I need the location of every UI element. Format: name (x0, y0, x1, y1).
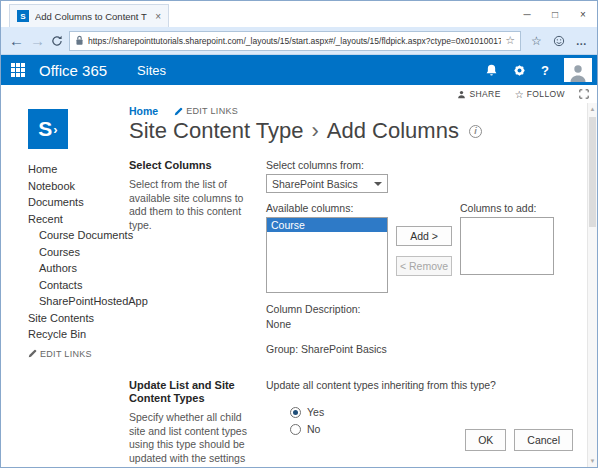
follow-button[interactable]: ☆ FOLLOW (515, 89, 565, 100)
follow-label: FOLLOW (527, 89, 565, 99)
update-types-info: Update List and Site Content Types Speci… (129, 379, 266, 468)
select-columns-section: Select Columns Select from the list of a… (129, 159, 581, 355)
select-columns-controls: Select columns from: SharePoint Basics A… (266, 159, 581, 355)
back-icon[interactable]: ← (9, 33, 24, 48)
favorite-star-icon[interactable]: ☆ (505, 35, 515, 46)
follow-star-icon: ☆ (515, 89, 524, 100)
available-columns-label: Available columns: (266, 202, 388, 214)
update-types-question: Update all content types inheriting from… (266, 379, 581, 392)
column-picker-row: Available columns: Course Add > < Remove… (266, 202, 581, 293)
remove-button[interactable]: < Remove (396, 256, 452, 276)
scrollbar-thumb[interactable] (589, 117, 596, 227)
scroll-up-icon[interactable]: ▲ (588, 106, 597, 112)
sidebar-item-home[interactable]: Home (28, 161, 126, 178)
sidebar-item-sharepointhostedapp[interactable]: SharePointHostedApp (28, 293, 126, 310)
available-columns-listbox[interactable]: Course (266, 217, 388, 293)
favorites-hub-icon[interactable]: ☆ (531, 35, 542, 47)
sidebar-item-course-documents[interactable]: Course Documents (28, 227, 126, 244)
section-description: Specify whether all child site and list … (129, 411, 256, 468)
column-description-block: Column Description: None (266, 303, 581, 330)
share-label: SHARE (469, 89, 500, 99)
office365-suite-bar: Office 365 Sites ? (1, 55, 597, 85)
sidebar-item-recycle-bin[interactable]: Recycle Bin (28, 326, 126, 343)
feedback-smiley-icon[interactable] (553, 35, 565, 47)
update-types-section: Update List and Site Content Types Speci… (129, 379, 581, 468)
sidebar-edit-links-label: EDIT LINKS (40, 349, 92, 359)
sidebar-item-recent[interactable]: Recent (28, 211, 126, 228)
minimize-button[interactable]: ─ (513, 1, 541, 27)
select-columns-from-label: Select columns from: (266, 159, 581, 171)
settings-gear-icon[interactable] (513, 64, 526, 77)
add-remove-buttons: Add > < Remove (396, 226, 452, 293)
page-content: S › Home EDIT LINKS Site Content Type › … (1, 103, 597, 467)
columns-to-add-label: Columns to add: (460, 202, 554, 214)
column-description-label: Column Description: (266, 303, 581, 315)
add-button[interactable]: Add > (396, 226, 452, 246)
app-launcher-icon[interactable] (11, 63, 25, 77)
sidebar-item-courses[interactable]: Courses (28, 244, 126, 261)
maximize-button[interactable]: □ (541, 1, 569, 27)
tab-close-icon[interactable]: × (155, 11, 161, 22)
column-group-line: Group: SharePoint Basics (266, 343, 581, 355)
focus-on-content-icon[interactable] (579, 89, 589, 99)
columns-group-dropdown[interactable]: SharePoint Basics (266, 174, 388, 193)
ok-button[interactable]: OK (465, 429, 506, 451)
columns-to-add-block: Columns to add: (460, 202, 554, 293)
columns-group-dropdown-value: SharePoint Basics (272, 178, 358, 190)
url-text: https://sharepointtutorials.sharepoint.c… (88, 36, 501, 46)
list-item-course[interactable]: Course (267, 218, 387, 232)
add-columns-form: Select Columns Select from the list of a… (129, 159, 581, 468)
suite-bar-right: ? (485, 58, 597, 82)
available-columns-block: Available columns: Course (266, 202, 388, 293)
radio-button-no[interactable] (290, 424, 301, 435)
page-scrollbar[interactable]: ▲ ▼ (587, 103, 597, 467)
update-types-controls: Update all content types inheriting from… (266, 379, 581, 468)
sharepoint-site-logo[interactable]: S › (28, 109, 68, 149)
address-bar[interactable]: https://sharepointtutorials.sharepoint.c… (69, 31, 521, 51)
logo-chevron: › (53, 122, 57, 137)
radio-button-yes[interactable] (290, 407, 301, 418)
select-columns-info: Select Columns Select from the list of a… (129, 159, 266, 355)
user-avatar[interactable] (564, 58, 592, 82)
title-info-icon[interactable]: i (469, 125, 482, 138)
browser-tab[interactable]: S Add Columns to Content T × (9, 4, 169, 27)
forward-icon[interactable]: → (30, 33, 45, 48)
sidebar-edit-links-button[interactable]: EDIT LINKS (28, 349, 126, 359)
tab-title: Add Columns to Content T (35, 11, 149, 22)
sidebar-item-contacts[interactable]: Contacts (28, 277, 126, 294)
sidebar-item-site-contents[interactable]: Site Contents (28, 310, 126, 327)
edit-links-button[interactable]: EDIT LINKS (174, 106, 238, 116)
sidebar-item-notebook[interactable]: Notebook (28, 178, 126, 195)
scroll-down-icon[interactable]: ▼ (588, 458, 597, 464)
sites-link[interactable]: Sites (137, 63, 166, 78)
office365-brand-link[interactable]: Office 365 (39, 62, 107, 79)
share-button[interactable]: SHARE (457, 89, 500, 99)
logo-letter: S (38, 117, 52, 141)
radio-label-no: No (307, 421, 320, 438)
sidebar-item-documents[interactable]: Documents (28, 194, 126, 211)
sidebar-item-authors[interactable]: Authors (28, 260, 126, 277)
browser-titlebar: S Add Columns to Content T × ─ □ × (1, 1, 597, 27)
radio-option-yes[interactable]: Yes (290, 404, 581, 421)
refresh-icon[interactable] (51, 35, 63, 47)
help-icon[interactable]: ? (541, 63, 549, 78)
browser-window: S Add Columns to Content T × ─ □ × ← → h… (0, 0, 598, 468)
columns-to-add-listbox[interactable] (460, 217, 554, 275)
page-title-subpage: Add Columns (327, 118, 459, 144)
edit-links-label: EDIT LINKS (186, 106, 238, 116)
column-description-value: None (266, 318, 581, 330)
notifications-bell-icon[interactable] (485, 64, 498, 77)
form-footer-buttons: OK Cancel (465, 429, 573, 451)
more-actions-icon[interactable]: … (576, 35, 588, 47)
sharepoint-favicon: S (17, 10, 29, 22)
pencil-icon (174, 107, 183, 116)
browser-navbar: ← → https://sharepointtutorials.sharepoi… (1, 27, 597, 55)
cancel-button[interactable]: Cancel (514, 429, 573, 451)
close-button[interactable]: × (569, 1, 597, 27)
radio-label-yes: Yes (307, 404, 324, 421)
https-lock-icon (75, 35, 84, 46)
browser-toolbar-icons: ☆ … (531, 35, 590, 47)
section-heading: Select Columns (129, 159, 256, 172)
breadcrumb-home-link[interactable]: Home (129, 105, 158, 117)
title-separator: › (312, 118, 319, 144)
